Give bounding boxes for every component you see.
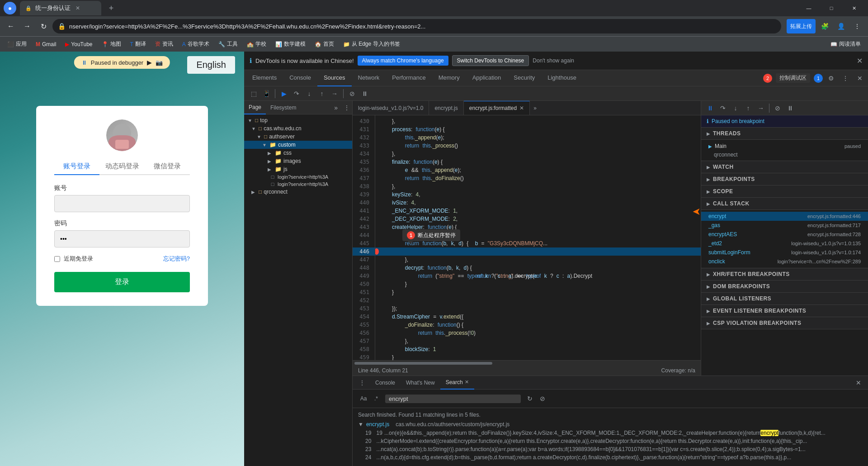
scope-section-header[interactable]: ▶ Scope xyxy=(701,185,868,198)
cs-item-encrypt[interactable]: encrypt encrypt.js:formatted:446 xyxy=(701,212,868,221)
cs-item-encryptaes[interactable]: encryptAES encrypt.js:formatted:728 xyxy=(701,230,868,239)
search-result-24[interactable]: 24 ...n(a,b,c,d){d=this.cfg.extend(d);b=… xyxy=(353,453,868,461)
thread-main[interactable]: ▶ Main paused xyxy=(701,142,868,151)
dont-show-again-link[interactable]: Don't show again xyxy=(533,57,574,64)
close-button[interactable]: ✕ xyxy=(844,0,864,16)
devtools-close-icon[interactable]: ✕ xyxy=(854,72,866,85)
filesystem-tab[interactable]: Filesystem xyxy=(266,101,301,114)
editor-tab-close-icon[interactable]: ✕ xyxy=(519,105,524,111)
step-out-dbg-button[interactable]: ↑ xyxy=(743,103,754,114)
extension-button-1[interactable]: 拓展上传 xyxy=(787,19,816,33)
tree-item-cas[interactable]: ▼ □ cas.whu.edu.cn xyxy=(244,124,352,133)
pause-on-exceptions-button[interactable]: ⏸ xyxy=(359,88,371,100)
tab-application[interactable]: Application xyxy=(466,70,508,86)
horizontal-scrollbar[interactable] xyxy=(353,360,701,366)
tab-account-login[interactable]: 账号登录 xyxy=(54,158,99,175)
tree-item-top[interactable]: ▼ □ top xyxy=(244,116,352,124)
bookmark-translate[interactable]: T 翻译 xyxy=(127,38,150,50)
dom-breakpoints-header[interactable]: ▶ DOM Breakpoints xyxy=(701,281,868,293)
bookmark-apps[interactable]: ⬛ 应用 xyxy=(4,38,30,50)
tree-item-login2[interactable]: □ login?service=http%3A xyxy=(244,181,352,188)
forgot-password-link[interactable]: 忘记密码? xyxy=(163,255,190,263)
step-over-dbg-button[interactable]: ↷ xyxy=(717,103,728,114)
sidebar-more-button[interactable]: » xyxy=(330,104,341,111)
minimize-button[interactable]: — xyxy=(798,0,819,16)
deactivate-dbg-button[interactable]: ⊘ xyxy=(772,103,783,114)
back-button[interactable]: ← xyxy=(4,19,18,33)
tab-security[interactable]: Security xyxy=(507,70,541,86)
tree-item-custom[interactable]: ▼ 📁 custom xyxy=(244,141,352,149)
search-result-19[interactable]: 19 19...on(e){e&&this._append(e);return … xyxy=(353,429,868,437)
step-into-button[interactable]: ↓ xyxy=(303,88,315,100)
xhr-breakpoints-header[interactable]: ▶ XHR/fetch Breakpoints xyxy=(701,268,868,281)
reload-button[interactable]: ↻ xyxy=(36,19,51,33)
cs-item-gas[interactable]: _gas encrypt.js:formatted:717 xyxy=(701,221,868,230)
device-icon[interactable]: 📱 xyxy=(260,88,272,100)
tab-network[interactable]: Network xyxy=(352,70,386,86)
breakpoints-section-header[interactable]: ▶ Breakpoints xyxy=(701,173,868,185)
step-into-dbg-button[interactable]: ↓ xyxy=(730,103,741,114)
match-language-button[interactable]: Always match Chrome's language xyxy=(358,56,448,66)
switch-chinese-button[interactable]: Switch DevTools to Chinese xyxy=(452,55,529,66)
tree-item-js[interactable]: ▶ 📁 js xyxy=(244,165,352,173)
csp-breakpoints-header[interactable]: ▶ CSP Violation Breakpoints xyxy=(701,317,868,329)
tab-lighthouse[interactable]: Lighthouse xyxy=(541,70,583,86)
login-button[interactable]: 登录 xyxy=(54,272,190,292)
cs-item-etd2[interactable]: _etd2 login-wisedu_v1.0.js?v=1.0:135 xyxy=(701,239,868,248)
forward-button[interactable]: → xyxy=(20,19,34,33)
tab-console[interactable]: Console xyxy=(283,70,317,86)
regex-button[interactable]: .* xyxy=(371,393,382,404)
tree-item-authserver[interactable]: ▼ □ authserver xyxy=(244,133,352,141)
cs-item-submitloginform[interactable]: submitLoginForm login-wisedu_v1.0.js?v=1… xyxy=(701,248,868,257)
more-icon[interactable]: ⋮ xyxy=(839,72,852,85)
search-file-header[interactable]: ▼ encrypt.js cas.whu.edu.cn/authserver/c… xyxy=(353,420,868,429)
bookmark-home[interactable]: 🏠 首页 xyxy=(311,38,338,50)
remember-checkbox[interactable] xyxy=(54,256,60,262)
refresh-search-button[interactable]: ↻ xyxy=(524,393,535,404)
editor-tabs-more-button[interactable]: » xyxy=(530,105,540,111)
tab-elements[interactable]: Elements xyxy=(246,70,283,86)
pause-exceptions-dbg-button[interactable]: ⏸ xyxy=(785,103,796,114)
bookmark-gmail[interactable]: M Gmail xyxy=(32,39,60,49)
profile-icon[interactable]: 👤 xyxy=(834,19,848,33)
settings-icon[interactable]: ⚙ xyxy=(825,72,837,85)
inspect-icon[interactable]: ⬚ xyxy=(248,88,259,100)
tree-item-qrconnect[interactable]: ▶ □ qrconnect xyxy=(244,188,352,196)
bookmark-maps[interactable]: 📍 地图 xyxy=(98,38,125,50)
search-result-23[interactable]: 23 ...ncat(a).concat(b);b.toString(r)}.p… xyxy=(353,445,868,453)
new-tab-button[interactable]: + xyxy=(105,2,118,14)
sidebar-menu-button[interactable]: ⋮ xyxy=(341,102,352,113)
event-listener-breakpoints-header[interactable]: ▶ Event Listener Breakpoints xyxy=(701,305,868,317)
tree-item-css[interactable]: ▶ 📁 css xyxy=(244,149,352,157)
tab-sources[interactable]: Sources xyxy=(317,70,352,86)
editor-tab-encrypt[interactable]: encrypt.js xyxy=(429,101,463,115)
extensions-icon[interactable]: 🧩 xyxy=(817,19,832,33)
bookmark-news[interactable]: 资 资讯 xyxy=(151,38,177,50)
resume-button[interactable]: ▶ xyxy=(278,88,290,100)
bookmark-scholar[interactable]: A 谷歌学术 xyxy=(179,38,213,50)
watch-section-header[interactable]: ▶ Watch xyxy=(701,161,868,173)
editor-tab-encrypt-formatted[interactable]: encrypt.js:formatted ✕ xyxy=(464,101,530,115)
bookmark-school[interactable]: 🏫 学校 xyxy=(243,38,270,50)
step-dbg-button[interactable]: → xyxy=(755,103,766,114)
scrollbar-thumb[interactable] xyxy=(354,362,492,365)
step-over-button[interactable]: ↷ xyxy=(291,88,302,100)
tree-item-images[interactable]: ▶ 📁 images xyxy=(244,157,352,165)
call-stack-section-header[interactable]: ▶ Call Stack xyxy=(701,198,868,210)
page-tab[interactable]: Page xyxy=(244,101,266,114)
search-result-20[interactable]: 20 ...kCipherMode=l.extend({createEncryp… xyxy=(353,437,868,445)
tab-close-button[interactable]: ✕ xyxy=(74,5,81,12)
bookmark-math[interactable]: 📊 数学建模 xyxy=(272,38,309,50)
global-listeners-header[interactable]: ▶ Global Listeners xyxy=(701,293,868,305)
tab-otp-login[interactable]: 动态码登录 xyxy=(99,158,145,175)
search-tab-close-icon[interactable]: ✕ xyxy=(465,379,469,385)
bookmark-edge-imports[interactable]: 📁 从 Edge 导入的书签 xyxy=(340,38,404,50)
menu-icon[interactable]: ⋮ xyxy=(850,19,864,33)
whats-new-tab[interactable]: What's New xyxy=(401,376,440,390)
bottom-panel-close-button[interactable]: ✕ xyxy=(853,377,864,389)
maximize-button[interactable]: □ xyxy=(821,0,842,16)
cs-item-onclick[interactable]: onclick login?service=h...cn%2Fnew%2F:28… xyxy=(701,257,868,266)
bookmark-reading-list[interactable]: 📖 阅读清单 xyxy=(827,38,864,50)
tree-item-login1[interactable]: □ login?service=http%3A xyxy=(244,173,352,181)
clear-search-button[interactable]: ⊘ xyxy=(537,393,548,404)
